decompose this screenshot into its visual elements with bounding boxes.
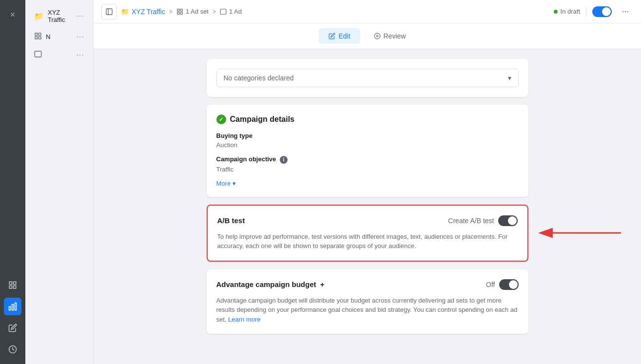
svg-point-20 <box>374 33 380 39</box>
nav-item-campaign[interactable]: 📁 XYZ Traffic ··· <box>28 5 90 27</box>
ab-test-toggle-label: Create A/B test <box>448 217 494 225</box>
campaign-details-title: ✓ Campaign details <box>216 115 519 124</box>
close-button[interactable]: ✕ <box>4 6 21 23</box>
categories-placeholder: No categories declared <box>224 74 294 82</box>
categories-dropdown[interactable]: No categories declared ▾ <box>216 69 519 87</box>
svg-rect-3 <box>14 286 16 288</box>
svg-rect-16 <box>180 9 182 11</box>
breadcrumb-sep-2: > <box>213 8 216 15</box>
ab-test-description: To help improve ad performance, test ver… <box>217 232 518 251</box>
more-link[interactable]: More ▾ <box>216 180 519 187</box>
svg-rect-13 <box>106 9 112 15</box>
advantage-budget-heading: Advantage campaign budget + <box>216 280 325 288</box>
svg-rect-10 <box>35 37 38 39</box>
svg-rect-5 <box>12 305 14 310</box>
nav-panel: 📁 XYZ Traffic ··· N ··· ··· <box>25 0 94 364</box>
svg-rect-12 <box>35 51 41 57</box>
nav-campaign-label: XYZ Traffic <box>48 9 77 23</box>
svg-rect-6 <box>15 303 17 310</box>
advantage-toggle-row: Advantage campaign budget + Off <box>216 279 519 290</box>
arrow-annotation <box>528 218 626 248</box>
nav-adset-label: N <box>46 33 50 40</box>
advantage-toggle-label: Off <box>486 281 495 288</box>
svg-rect-0 <box>9 282 12 284</box>
layout-icon-btn[interactable] <box>4 276 21 294</box>
ab-test-toggle-row: A/B test Create A/B test <box>217 215 518 226</box>
nav-item-ad[interactable]: ··· <box>28 46 90 63</box>
campaign-name: XYZ Traffic <box>132 8 165 16</box>
nav-adset-dots[interactable]: ··· <box>77 33 84 41</box>
advantage-toggle-group: Off <box>486 279 518 290</box>
breadcrumb-sep-1: > <box>169 8 173 15</box>
main-area: 📁 XYZ Traffic > 1 Ad set > 1 Ad In draft… <box>94 0 641 364</box>
breadcrumb-adset[interactable]: 1 Ad set <box>176 8 209 15</box>
top-bar: 📁 XYZ Traffic > 1 Ad set > 1 Ad In draft… <box>94 0 641 23</box>
status-badge: In draft <box>554 8 580 15</box>
chart-icon-btn[interactable] <box>4 298 21 315</box>
nav-campaign-dots[interactable]: ··· <box>77 12 84 20</box>
more-chevron-icon: ▾ <box>233 180 236 187</box>
edit-icon-btn[interactable] <box>4 319 21 337</box>
breadcrumb: 📁 XYZ Traffic > 1 Ad set > 1 Ad <box>101 4 242 19</box>
chevron-down-icon: ▾ <box>508 74 511 82</box>
divider <box>586 7 586 17</box>
sidebar: ✕ <box>0 0 25 364</box>
info-icon: i <box>280 156 288 164</box>
edit-tab[interactable]: Edit <box>319 28 360 44</box>
panel-toggle-button[interactable] <box>101 4 117 19</box>
ab-test-wrapper: A/B test Create A/B test To help improve… <box>207 205 528 262</box>
nav-item-adset[interactable]: N ··· <box>28 28 90 45</box>
advantage-budget-description: Advantage campaign budget will distribut… <box>216 296 519 325</box>
advantage-budget-card: Advantage campaign budget + Off Advantag… <box>207 269 528 334</box>
clock-icon-btn[interactable] <box>4 341 21 358</box>
campaign-details-heading: Campaign details <box>230 115 294 124</box>
top-bar-right: In draft ··· <box>554 4 633 19</box>
advantage-budget-toggle[interactable] <box>499 279 519 290</box>
campaign-details-card: ✓ Campaign details Buying type Auction C… <box>207 105 528 197</box>
svg-rect-15 <box>177 9 179 11</box>
svg-rect-18 <box>180 12 182 14</box>
ab-test-toggle[interactable] <box>498 215 518 226</box>
check-icon: ✓ <box>216 115 226 124</box>
draft-toggle[interactable] <box>592 6 612 17</box>
breadcrumb-ad[interactable]: 1 Ad <box>220 8 242 15</box>
campaign-folder-icon: 📁 <box>121 8 129 16</box>
status-dot <box>554 10 558 14</box>
svg-rect-19 <box>220 9 226 14</box>
categories-card: No categories declared ▾ <box>207 59 528 97</box>
ad-label: 1 Ad <box>229 8 242 15</box>
adset-icon <box>34 32 42 41</box>
breadcrumb-campaign[interactable]: 📁 XYZ Traffic <box>121 8 165 16</box>
review-tab[interactable]: Review <box>364 28 416 44</box>
svg-point-21 <box>376 35 378 37</box>
ab-test-card: A/B test Create A/B test To help improve… <box>207 205 528 262</box>
content-area: No categories declared ▾ ✓ Campaign deta… <box>94 49 641 364</box>
campaign-objective-value: Traffic <box>216 166 519 173</box>
campaign-objective-label: Campaign objective i <box>216 155 519 164</box>
adset-label: 1 Ad set <box>186 8 209 15</box>
svg-rect-4 <box>9 307 11 310</box>
ab-test-heading: A/B test <box>217 216 245 225</box>
edit-review-bar: Edit Review <box>94 23 641 49</box>
more-options-button[interactable]: ··· <box>618 4 633 19</box>
svg-rect-8 <box>35 33 38 36</box>
svg-rect-11 <box>39 37 41 39</box>
learn-more-link[interactable]: Learn more <box>228 316 260 323</box>
edit-tab-label: Edit <box>338 32 350 40</box>
nav-ad-dots[interactable]: ··· <box>77 51 84 59</box>
svg-rect-17 <box>177 12 179 14</box>
folder-icon: 📁 <box>34 12 44 21</box>
ad-icon <box>34 50 42 59</box>
buying-type-value: Auction <box>216 141 519 149</box>
content-inner: No categories declared ▾ ✓ Campaign deta… <box>207 59 528 354</box>
svg-rect-1 <box>14 282 16 284</box>
review-tab-label: Review <box>384 32 406 40</box>
svg-rect-9 <box>39 33 41 36</box>
svg-rect-2 <box>9 286 12 288</box>
status-label: In draft <box>561 8 580 15</box>
ab-test-toggle-group: Create A/B test <box>448 215 517 226</box>
buying-type-label: Buying type <box>216 132 519 139</box>
